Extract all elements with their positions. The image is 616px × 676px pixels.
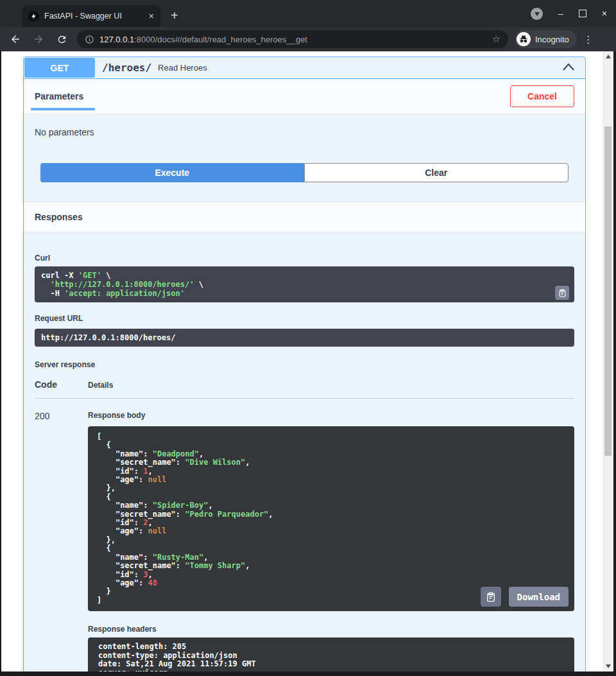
new-tab-button[interactable]: + (171, 8, 178, 23)
chevron-down-icon (535, 12, 540, 16)
response-headers-label: Response headers (88, 611, 574, 634)
details-column-header: Details (88, 381, 113, 390)
response-body-code: [ { "name": "Deadpond", "secret_name": "… (88, 426, 574, 611)
browser-titlebar: FastAPI - Swagger UI × + – × (0, 0, 616, 27)
info-icon[interactable] (85, 35, 94, 44)
browser-tab[interactable]: FastAPI - Swagger UI × (22, 5, 160, 27)
opblock-summary[interactable]: GET /heroes/ Read Heroes (24, 57, 585, 79)
scroll-up-arrow-icon[interactable] (603, 51, 613, 62)
copy-curl-button[interactable] (555, 286, 569, 300)
responses-body: Curl curl -X 'GET' \ 'http://127.0.0.1:8… (24, 232, 585, 672)
close-window-button[interactable]: × (602, 9, 607, 18)
clear-button[interactable]: Clear (304, 163, 569, 182)
download-button[interactable]: Download (509, 587, 569, 607)
maximize-button[interactable] (579, 10, 586, 17)
browser-toolbar: 127.0.0.1:8000/docs#/default/read_heroes… (0, 27, 616, 51)
curl-label: Curl (35, 232, 574, 263)
tab-title: FastAPI - Swagger UI (44, 12, 144, 21)
parameters-header: Parameters Cancel (24, 79, 585, 114)
active-tab-underline (31, 108, 95, 110)
back-button[interactable] (8, 31, 23, 47)
no-parameters-text: No parameters (24, 114, 585, 137)
response-details: Response body [ { "name": "Deadpond", "s… (88, 411, 574, 672)
responses-header: Responses (24, 202, 585, 232)
clipboard-icon (486, 592, 496, 602)
server-response-label: Server response (35, 347, 574, 369)
incognito-icon (517, 32, 531, 46)
window-menu-button[interactable] (531, 8, 543, 20)
endpoint-path: /heroes/ (102, 62, 151, 74)
page-scrollbar[interactable] (603, 51, 613, 672)
method-badge: GET (24, 58, 95, 78)
endpoint-summary: Read Heroes (158, 63, 562, 73)
cancel-button[interactable]: Cancel (510, 85, 574, 107)
execute-button[interactable]: Execute (40, 163, 304, 182)
minimize-button[interactable]: – (558, 9, 563, 18)
url-origin: 127.0.0.1 (99, 35, 134, 44)
execute-wrapper: Execute Clear (40, 163, 569, 182)
url-text[interactable]: 127.0.0.1:8000/docs#/default/read_heroes… (99, 35, 487, 44)
opblock-get-heroes: GET /heroes/ Read Heroes Parameters Canc… (23, 56, 586, 672)
incognito-label: Incognito (535, 35, 569, 44)
fastapi-favicon-icon (28, 11, 39, 22)
incognito-badge: Incognito (515, 30, 577, 48)
response-body-actions: Download (481, 587, 569, 607)
response-body-label: Response body (88, 411, 574, 420)
url-rest: :8000/docs#/default/read_heroes_heroes__… (134, 35, 307, 44)
response-table-header: Code Details (35, 379, 574, 390)
table-divider (35, 398, 574, 399)
swagger-page: GET /heroes/ Read Heroes Parameters Canc… (1, 51, 613, 672)
response-row: 200 Response body [ { "name": "Deadpond"… (35, 411, 574, 672)
tab-close-icon[interactable]: × (149, 12, 154, 21)
request-url-value: http://127.0.0.1:8000/heroes/ (35, 329, 574, 347)
forward-button[interactable] (31, 31, 46, 47)
parameters-title: Parameters (35, 91, 83, 101)
clipboard-icon (558, 289, 567, 297)
response-headers-code: content-length: 205 content-type: applic… (88, 637, 574, 672)
scroll-down-arrow-icon[interactable] (603, 661, 613, 672)
responses-title: Responses (35, 212, 83, 222)
reload-button[interactable] (54, 31, 69, 47)
collapse-chevron-icon[interactable] (562, 62, 575, 74)
status-code: 200 (35, 411, 88, 672)
browser-menu-icon[interactable]: ⋮ (583, 33, 594, 46)
request-url-label: Request URL (35, 302, 574, 323)
window-controls: – × (531, 0, 616, 27)
copy-response-button[interactable] (481, 587, 501, 607)
bookmark-star-icon[interactable]: ☆ (492, 33, 501, 45)
curl-command: curl -X 'GET' \ 'http://127.0.0.1:8000/h… (35, 266, 574, 302)
code-column-header: Code (35, 379, 88, 390)
scrollbar-thumb[interactable] (604, 126, 612, 456)
address-bar[interactable]: 127.0.0.1:8000/docs#/default/read_heroes… (77, 30, 508, 48)
browser-window: FastAPI - Swagger UI × + – × 127.0.0.1:8… (0, 0, 616, 676)
